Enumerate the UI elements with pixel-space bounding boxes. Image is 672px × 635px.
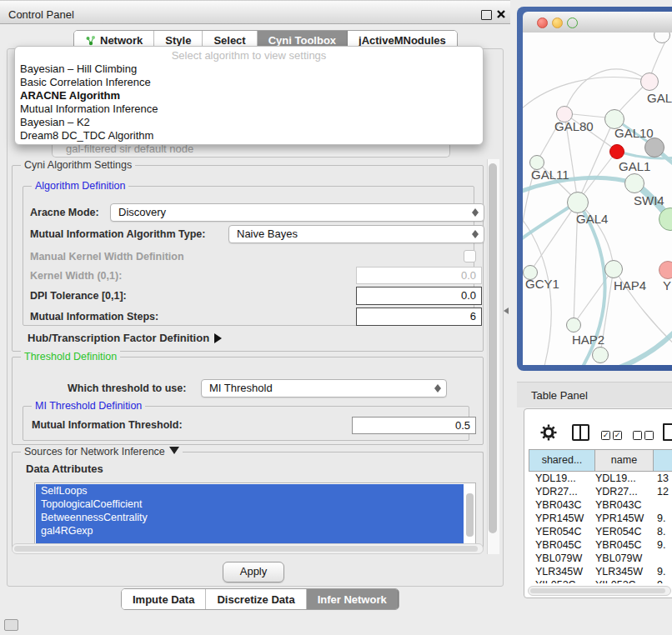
attribute-item-selected[interactable]: BetweennessCentrality <box>36 511 464 524</box>
gear-icon[interactable] <box>540 424 557 441</box>
settings-hscrollbar-track[interactable] <box>12 543 484 554</box>
group-title: Threshold Definition <box>21 351 120 362</box>
algorithm-option[interactable]: Bayesian – Hill Climbing <box>18 62 479 76</box>
table-panel-title: Table Panel <box>531 389 588 402</box>
close-icon[interactable] <box>496 9 506 19</box>
dpi-tolerance-value: 0.0 <box>461 289 476 302</box>
settings-hscrollbar-thumb[interactable] <box>14 546 478 552</box>
which-threshold-combo[interactable]: MI Threshold <box>201 379 447 398</box>
table-panel: ✓✓ shared... name YDL19...YDL19...13 YDR… <box>524 408 672 598</box>
table-row[interactable]: YLR345WYLR345W9. <box>524 565 672 578</box>
network-node[interactable] <box>644 138 664 158</box>
attribute-item-selected[interactable]: SelfLoops <box>36 484 464 498</box>
kernel-width-value: 0.0 <box>461 269 476 282</box>
column-header-clipped[interactable] <box>653 449 672 472</box>
tab-infer-network[interactable]: Infer Network <box>307 589 399 609</box>
traffic-light-zoom-icon[interactable] <box>567 18 578 28</box>
traffic-light-close-icon[interactable] <box>537 18 548 28</box>
table-row[interactable]: YER054CYER054C8. <box>524 525 672 538</box>
dpi-tolerance-input[interactable]: 0.0 <box>356 287 482 305</box>
export-table-icon[interactable] <box>663 423 672 441</box>
table-row[interactable]: YPR145WYPR145W9. <box>524 512 672 525</box>
tab-label: Discretize Data <box>217 593 294 606</box>
network-node-swi4[interactable] <box>624 173 644 193</box>
cyni-algorithm-settings-group: Cyni Algorithm Settings Algorithm Defini… <box>12 165 484 352</box>
algorithm-option[interactable]: Mutual Information Inference <box>18 102 479 116</box>
algorithm-option-selected[interactable]: ARACNE Algorithm <box>18 89 479 102</box>
table-row[interactable]: YBL079WYBL079W <box>524 552 672 565</box>
network-canvas[interactable]: GAL GAL80 GAL10 GAL1 GAL11 SWI4 GAL4 GCY… <box>523 32 672 365</box>
tab-label: jActiveMNodules <box>359 34 446 47</box>
tab-label: Cyni Toolbox <box>268 34 336 47</box>
network-view-window: GAL GAL80 GAL10 GAL1 GAL11 SWI4 GAL4 GCY… <box>517 7 672 371</box>
hub-definition-label: Hub/Transcription Factor Definition <box>28 332 209 344</box>
network-node-hap2[interactable] <box>566 318 581 332</box>
algorithm-option[interactable]: Basic Correlation Inference <box>18 76 479 89</box>
aracne-mode-value: Discovery <box>118 206 166 218</box>
data-attributes-label: Data Attributes <box>26 462 103 475</box>
group-title: Algorithm Definition <box>32 180 128 192</box>
table-rows: YDL19...YDL19...13 YDR27...YDR27...12 YB… <box>524 472 672 583</box>
mi-type-combo[interactable]: Naive Bayes <box>228 225 484 243</box>
manual-kernel-checkbox[interactable] <box>464 250 476 262</box>
select-all-columns-icon[interactable]: ✓✓ <box>601 428 624 442</box>
network-node[interactable] <box>640 72 659 91</box>
screen: Control Panel Network Style Select Cyni … <box>0 0 672 635</box>
node-label: GAL <box>647 91 672 105</box>
mi-steps-input[interactable]: 6 <box>356 308 482 326</box>
stepper-icon <box>470 226 479 242</box>
algorithm-option[interactable]: Bayesian – K2 <box>18 116 479 129</box>
mi-threshold-label: Mutual Information Threshold: <box>32 419 183 431</box>
attribute-item-selected[interactable]: gal4RGexp <box>36 524 464 538</box>
table-row[interactable]: YDR27...YDR27...12 <box>524 485 672 498</box>
table-hscrollbar-track[interactable] <box>528 586 671 596</box>
table-row[interactable]: YBR043CYBR043C <box>524 498 672 512</box>
node-label: GAL1 <box>619 159 650 173</box>
network-tab-icon <box>85 35 96 46</box>
sources-group: Sources for Network Inference Data Attri… <box>12 452 484 549</box>
float-window-icon[interactable] <box>481 10 492 20</box>
bottom-tabbar: Impute Data Discretize Data Infer Networ… <box>121 588 399 610</box>
node-label: GAL11 <box>531 168 569 182</box>
settings-vscrollbar-thumb[interactable] <box>489 163 497 533</box>
kernel-width-input[interactable]: 0.0 <box>356 267 482 284</box>
panel-sash-arrow-icon[interactable] <box>504 308 509 314</box>
table-row[interactable]: YBR045CYBR045C9. <box>524 538 672 552</box>
list-vscrollbar-thumb[interactable] <box>466 493 474 537</box>
network-window-titlebar[interactable] <box>523 12 672 33</box>
tab-label: Network <box>100 34 143 47</box>
deselect-all-columns-icon[interactable] <box>633 428 656 442</box>
network-node-gal1[interactable] <box>609 144 624 159</box>
network-node[interactable] <box>592 347 609 363</box>
node-label: Y <box>663 278 671 292</box>
threshold-definition-group: Threshold Definition Which threshold to … <box>12 357 484 445</box>
algorithm-option[interactable]: Dream8 DC_TDC Algorithm <box>18 129 479 142</box>
table-row[interactable]: YIL052CYIL052C9 <box>524 578 672 583</box>
split-view-icon[interactable] <box>572 424 589 441</box>
tab-discretize-data[interactable]: Discretize Data <box>206 589 306 609</box>
mi-steps-value: 6 <box>470 310 476 322</box>
hub-definition-expander[interactable]: Hub/Transcription Factor Definition <box>28 332 222 344</box>
tab-label: Style <box>165 34 191 47</box>
aracne-mode-label: Aracne Mode: <box>30 207 99 218</box>
mi-type-label: Mutual Information Algorithm Type: <box>30 228 205 240</box>
network-node-hap4[interactable] <box>604 260 623 278</box>
kernel-width-label: Kernel Width (0,1): <box>30 270 122 282</box>
window-grip-icon[interactable] <box>4 619 18 631</box>
tab-label: Impute Data <box>133 593 194 606</box>
tab-impute-data[interactable]: Impute Data <box>122 589 206 609</box>
expanded-arrow-icon[interactable] <box>169 447 179 454</box>
traffic-light-minimize-icon[interactable] <box>552 18 563 28</box>
network-node-gal4[interactable] <box>567 192 589 213</box>
table-hscrollbar-thumb[interactable] <box>530 588 665 593</box>
network-node[interactable] <box>659 261 672 279</box>
column-header-shared-name[interactable]: shared... <box>529 449 595 472</box>
column-header-name[interactable]: name <box>594 449 654 472</box>
group-title: Sources for Network Inference <box>21 446 183 458</box>
attribute-item-selected[interactable]: TopologicalCoefficient <box>36 498 464 511</box>
mi-threshold-input[interactable]: 0.5 <box>352 417 476 434</box>
algorithm-dropdown-popup: Select algorithm to view settings Bayesi… <box>14 46 484 145</box>
aracne-mode-combo[interactable]: Discovery <box>110 203 484 222</box>
apply-button[interactable]: Apply <box>223 562 284 582</box>
table-row[interactable]: YDL19...YDL19...13 <box>524 472 672 485</box>
